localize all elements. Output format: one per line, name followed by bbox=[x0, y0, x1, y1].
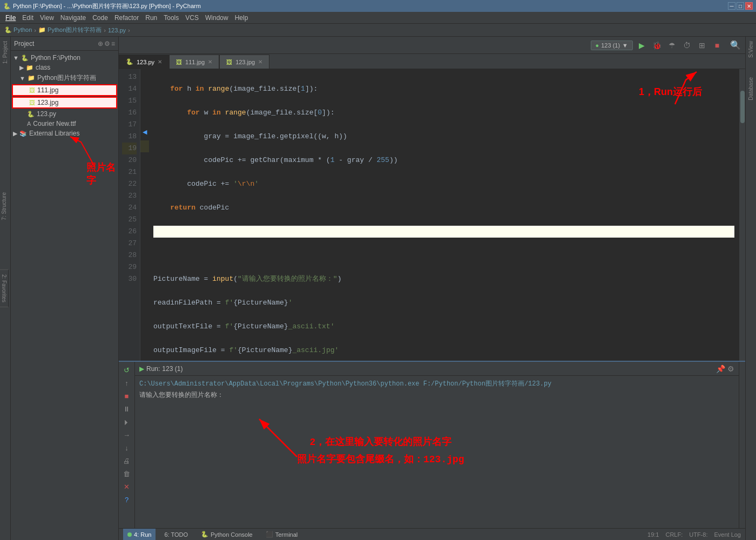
tree-item-ext-libs[interactable]: ▶ 📚 External Libraries bbox=[11, 129, 118, 138]
menu-code[interactable]: Code bbox=[89, 13, 111, 23]
run-coverage-button[interactable]: ☂ bbox=[665, 39, 678, 52]
step-over-btn[interactable]: → bbox=[121, 429, 133, 441]
tab-todo-label: 6: TODO bbox=[164, 531, 188, 538]
run-output: C:\Users\Administrator\AppData\Local\Pro… bbox=[135, 376, 739, 528]
code-content[interactable]: for h in range(image_file.size[1]): for … bbox=[149, 69, 739, 361]
print-btn[interactable]: 🖨 bbox=[121, 455, 133, 467]
tree-item-111jpg[interactable]: 🖼 111.jpg bbox=[12, 84, 117, 96]
menu-help[interactable]: Help bbox=[232, 13, 252, 23]
run-config-dropdown[interactable]: ▼ bbox=[622, 42, 628, 49]
breadcrumb: 🐍 Python › 📁 Python图片转字符画 › 123.py › bbox=[0, 24, 756, 37]
more-btn[interactable]: ≡ bbox=[111, 40, 115, 48]
tab-todo[interactable]: 6: TODO bbox=[160, 529, 192, 541]
breadcrumb-sep1: › bbox=[34, 27, 36, 33]
titlebar: 🐍 Python [F:\Python] - ...\Python图片转字符画\… bbox=[0, 0, 756, 12]
scrollbar-thumb[interactable] bbox=[740, 91, 745, 123]
bottom-scrollbar[interactable] bbox=[739, 362, 745, 528]
concurrency-button[interactable]: ⊞ bbox=[696, 39, 708, 52]
project-panel: Project ⊕ ⚙ ≡ ▼ 🐍 Python F:\Python ▶ 📁 bbox=[11, 37, 119, 540]
close-run-btn[interactable]: ✕ bbox=[121, 481, 133, 492]
pause-btn[interactable]: ⏸ bbox=[121, 403, 133, 415]
menu-view[interactable]: View bbox=[37, 13, 57, 23]
maximize-button[interactable]: □ bbox=[737, 2, 744, 10]
step-into-btn[interactable]: ↓ bbox=[121, 442, 133, 454]
tree-label-123jpg: 123.jpg bbox=[37, 99, 58, 106]
menu-refactor[interactable]: Refactor bbox=[111, 13, 142, 23]
tree-label-123py: 123.py bbox=[37, 110, 56, 118]
project-side-tab[interactable]: 1: Project bbox=[1, 37, 9, 68]
tab-icon-111jpg: 🖼 bbox=[176, 59, 182, 65]
scview-tab[interactable]: S:View bbox=[747, 37, 755, 62]
tab-close-123jpg[interactable]: ✕ bbox=[258, 59, 262, 65]
tab-close-111jpg[interactable]: ✕ bbox=[208, 59, 212, 65]
minimize-button[interactable]: ─ bbox=[728, 2, 735, 10]
tab-python-console[interactable]: 🐍 Python Console bbox=[197, 529, 257, 541]
settings-btn[interactable]: ⚙ bbox=[727, 364, 734, 373]
menu-vcs[interactable]: VCS bbox=[182, 13, 202, 23]
tab-icon-123py: 🐍 bbox=[126, 58, 133, 65]
tab-123py[interactable]: 🐍 123.py ✕ bbox=[119, 55, 169, 69]
tree-item-123jpg[interactable]: 🖼 123.jpg bbox=[12, 97, 117, 109]
menu-edit[interactable]: Edit bbox=[19, 13, 37, 23]
menu-window[interactable]: Window bbox=[202, 13, 232, 23]
menu-tools[interactable]: Tools bbox=[160, 13, 182, 23]
python-folder-icon: 🐍 bbox=[21, 55, 29, 62]
tree-arrow-class: ▶ bbox=[19, 64, 24, 71]
tree-item-class[interactable]: ▶ 📁 class bbox=[11, 63, 118, 72]
img-icon-123: 🖼 bbox=[29, 99, 35, 106]
editor-scrollbar[interactable] bbox=[739, 69, 745, 361]
favorites-tab[interactable]: 2: Favorites bbox=[0, 269, 9, 307]
profile-button[interactable]: ⏱ bbox=[680, 39, 693, 52]
tab-terminal[interactable]: ⬛ Terminal bbox=[261, 529, 302, 541]
breadcrumb-folder[interactable]: 📁 Python图片转字符画 bbox=[38, 26, 102, 34]
breadcrumb-file[interactable]: 123.py bbox=[108, 27, 126, 33]
run-command: C:\Users\Administrator\AppData\Local\Pro… bbox=[139, 379, 734, 388]
tree-item-123py[interactable]: 🐍 123.py bbox=[11, 109, 118, 119]
restart-btn[interactable]: ↺ bbox=[121, 364, 133, 376]
run-button[interactable]: ▶ bbox=[635, 39, 648, 52]
tab-close-123py[interactable]: ✕ bbox=[158, 59, 162, 65]
resume-btn[interactable]: ⏵ bbox=[121, 416, 133, 428]
stop-button[interactable]: ■ bbox=[711, 39, 724, 52]
pin-btn[interactable]: 📌 bbox=[716, 364, 725, 373]
run-config-icon: ● bbox=[596, 42, 599, 49]
run-config-selector[interactable]: ● 123 (1) ▼ bbox=[591, 40, 633, 50]
python-console-icon: 🐍 bbox=[201, 531, 208, 538]
tree-label-main-folder: Python图片转字符画 bbox=[37, 73, 96, 83]
menu-file[interactable]: File bbox=[2, 13, 19, 23]
tree-root-python[interactable]: ▼ 🐍 Python F:\Python bbox=[11, 53, 118, 63]
tree-label-font: Courier New.ttf bbox=[33, 120, 76, 127]
stop-run-btn[interactable]: ■ bbox=[121, 390, 133, 402]
run-controls-sidebar: ↺ ↑ ■ ⏸ ⏵ → ↓ 🖨 🗑 ✕ ? bbox=[119, 362, 135, 528]
structure-tab[interactable]: 7: Structure bbox=[0, 188, 8, 225]
run-panel-config: 123 (1) bbox=[162, 365, 183, 373]
debug-button[interactable]: 🐞 bbox=[650, 39, 663, 52]
tab-run[interactable]: 4: Run bbox=[123, 529, 156, 541]
run-config-label: 123 (1) bbox=[601, 42, 620, 49]
code-editor[interactable]: 131415161718 19 202122232425 2627282930 … bbox=[119, 69, 745, 361]
menu-navigate[interactable]: Navigate bbox=[57, 13, 89, 23]
database-tab[interactable]: Database bbox=[747, 73, 755, 105]
sync-btn[interactable]: ⊕ bbox=[98, 40, 103, 48]
tree-item-font[interactable]: A Courier New.ttf bbox=[11, 119, 118, 129]
right-side-tabs: S:View Database bbox=[745, 37, 756, 540]
search-button[interactable]: 🔍 bbox=[730, 40, 741, 50]
delete-btn[interactable]: 🗑 bbox=[121, 468, 133, 480]
tab-111jpg[interactable]: 🖼 111.jpg ✕ bbox=[169, 55, 219, 69]
py-icon: 🐍 bbox=[27, 111, 35, 118]
status-event-log[interactable]: Event Log bbox=[714, 531, 741, 538]
breadcrumb-python[interactable]: 🐍 Python bbox=[4, 26, 32, 33]
status-crlf: CRLF: bbox=[665, 531, 683, 538]
settings-gear[interactable]: ⚙ bbox=[104, 40, 110, 48]
close-button[interactable]: ✕ bbox=[745, 2, 753, 10]
font-icon: A bbox=[27, 120, 31, 127]
help-btn[interactable]: ? bbox=[121, 494, 133, 505]
tab-123jpg[interactable]: 🖼 123.jpg ✕ bbox=[219, 55, 269, 69]
menu-run[interactable]: Run bbox=[142, 13, 160, 23]
tree-arrow-icon: ▼ bbox=[13, 55, 19, 61]
tree-item-main-folder[interactable]: ▼ 📁 Python图片转字符画 bbox=[11, 72, 118, 84]
run-panel-title: Run: bbox=[146, 365, 160, 373]
tree-label-111jpg: 111.jpg bbox=[37, 86, 58, 94]
annotation-input-photo: 2，在这里输入要转化的照片名字 照片名字要包含尾缀名，如：123.jpg bbox=[297, 435, 464, 465]
step-up-btn[interactable]: ↑ bbox=[121, 377, 133, 389]
